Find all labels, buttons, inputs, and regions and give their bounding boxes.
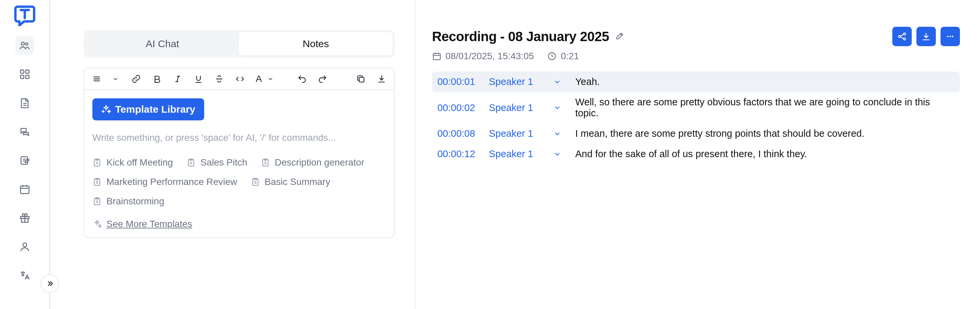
svg-point-22: [950, 36, 951, 38]
nav-people-icon[interactable]: [15, 36, 34, 55]
transcript-speaker[interactable]: Speaker 1: [489, 102, 539, 113]
svg-rect-3: [25, 70, 29, 73]
transcript-speaker[interactable]: Speaker 1: [489, 128, 539, 139]
share-button[interactable]: [892, 27, 912, 46]
nav-notes-icon[interactable]: [15, 151, 34, 170]
nav-profile-icon[interactable]: [15, 238, 34, 256]
tab-ai-chat[interactable]: AI Chat: [86, 32, 239, 55]
see-more-label: See More Templates: [107, 219, 192, 230]
editor-body[interactable]: Template Library Write something, or pre…: [84, 90, 394, 238]
transcript-timestamp[interactable]: 00:00:08: [438, 128, 481, 139]
svg-point-23: [952, 36, 953, 38]
notes-pane: AI Chat Notes: [50, 0, 415, 309]
undo-icon[interactable]: [297, 74, 307, 84]
redo-icon[interactable]: [318, 74, 328, 84]
transcript-speaker[interactable]: Speaker 1: [489, 149, 539, 160]
svg-rect-5: [25, 75, 29, 79]
speaker-chevron-icon[interactable]: [547, 130, 567, 138]
nav-document-icon[interactable]: [15, 93, 34, 113]
transcript-row[interactable]: 00:00:02 Speaker 1 Well, so there are so…: [432, 92, 960, 124]
editor-card: A: [84, 68, 395, 238]
template-item[interactable]: Description generator: [261, 157, 364, 168]
clock-icon: [547, 52, 557, 61]
transcript-speaker[interactable]: Speaker 1: [489, 76, 539, 87]
template-item-label: Marketing Performance Review: [107, 177, 237, 187]
download-button[interactable]: [916, 27, 936, 46]
nav-gift-icon[interactable]: [15, 209, 34, 227]
list-format-icon[interactable]: [92, 74, 102, 84]
svg-rect-7: [21, 186, 29, 193]
transcript-list: 00:00:01 Speaker 1 Yeah. 00:00:02 Speake…: [432, 71, 960, 164]
speaker-chevron-icon[interactable]: [547, 78, 567, 86]
font-style-icon[interactable]: A: [256, 74, 262, 84]
template-item[interactable]: Marketing Performance Review: [92, 177, 237, 187]
main-content: AI Chat Notes: [50, 0, 980, 309]
svg-point-1: [25, 43, 27, 45]
copy-icon[interactable]: [356, 74, 366, 84]
svg-point-10: [23, 243, 27, 247]
transcript-text: Well, so there are some pretty obvious f…: [575, 97, 955, 119]
svg-rect-4: [21, 75, 24, 79]
svg-rect-2: [21, 70, 24, 73]
transcript-text: And for the sake of all of us present th…: [575, 149, 955, 160]
editor-placeholder: Write something, or press 'space' for AI…: [92, 132, 386, 143]
nav-translate-icon[interactable]: [15, 266, 34, 285]
transcript-pane: Recording - 08 January 2025 08/01/2025, …: [415, 0, 980, 309]
sidebar: [0, 0, 50, 309]
tab-notes[interactable]: Notes: [239, 32, 392, 55]
edit-title-icon[interactable]: [615, 31, 625, 42]
transcript-text: I mean, there are some pretty strong poi…: [575, 128, 955, 139]
transcript-row[interactable]: 00:00:08 Speaker 1 I mean, there are som…: [432, 124, 960, 144]
bold-icon[interactable]: [152, 74, 162, 84]
calendar-icon: [432, 52, 441, 61]
template-library-button[interactable]: Template Library: [92, 98, 204, 120]
template-item-label: Description generator: [275, 157, 364, 168]
recording-title: Recording - 08 January 2025: [432, 29, 609, 44]
recording-title-row: Recording - 08 January 2025: [432, 27, 960, 46]
recording-duration: 0:21: [547, 51, 579, 62]
template-suggestions: Kick off Meeting Sales Pitch Description…: [92, 157, 386, 230]
template-item[interactable]: Basic Summary: [251, 177, 330, 187]
list-format-chevron-icon[interactable]: [110, 74, 121, 84]
transcript-row[interactable]: 00:00:12 Speaker 1 And for the sake of a…: [432, 144, 960, 164]
speaker-chevron-icon[interactable]: [547, 104, 567, 112]
template-item-label: Sales Pitch: [200, 157, 247, 168]
recording-meta: 08/01/2025, 15:43:05 0:21: [432, 51, 960, 62]
template-item-label: Basic Summary: [265, 177, 330, 187]
transcript-text: Yeah.: [575, 76, 955, 87]
recording-date: 08/01/2025, 15:43:05: [432, 51, 534, 62]
transcript-row[interactable]: 00:00:01 Speaker 1 Yeah.: [432, 71, 960, 92]
template-item-label: Brainstorming: [107, 196, 164, 207]
app-logo[interactable]: [14, 5, 35, 26]
italic-icon[interactable]: [173, 74, 183, 84]
duration-value: 0:21: [561, 51, 579, 62]
underline-icon[interactable]: [194, 74, 204, 84]
template-item[interactable]: Kick off Meeting: [92, 157, 173, 168]
svg-rect-24: [433, 54, 440, 60]
template-item[interactable]: Sales Pitch: [186, 157, 247, 168]
nav-chat-icon[interactable]: [15, 122, 34, 141]
svg-point-21: [947, 36, 948, 38]
date-value: 08/01/2025, 15:43:05: [445, 51, 534, 62]
font-style-chevron-icon[interactable]: [266, 74, 275, 84]
speaker-chevron-icon[interactable]: [547, 150, 567, 158]
nav-dashboard-icon[interactable]: [15, 65, 34, 84]
download-icon[interactable]: [377, 74, 387, 84]
notes-tabs: AI Chat Notes: [84, 30, 395, 57]
template-item-label: Kick off Meeting: [107, 157, 173, 168]
code-icon[interactable]: [235, 74, 245, 84]
editor-toolbar: A: [84, 68, 394, 90]
strikethrough-icon[interactable]: [214, 74, 224, 84]
link-icon[interactable]: [131, 74, 141, 84]
transcript-timestamp[interactable]: 00:00:01: [438, 76, 481, 87]
see-more-templates-link[interactable]: See More Templates: [92, 219, 386, 230]
transcript-timestamp[interactable]: 00:00:02: [438, 102, 481, 113]
template-library-label: Template Library: [115, 104, 196, 115]
transcript-timestamp[interactable]: 00:00:12: [438, 149, 481, 160]
nav-calendar-icon[interactable]: [15, 180, 34, 199]
template-item[interactable]: Brainstorming: [92, 196, 386, 207]
svg-point-0: [21, 42, 24, 45]
svg-rect-11: [359, 77, 364, 82]
sidebar-expand-button[interactable]: [40, 274, 59, 293]
more-button[interactable]: [940, 27, 960, 46]
